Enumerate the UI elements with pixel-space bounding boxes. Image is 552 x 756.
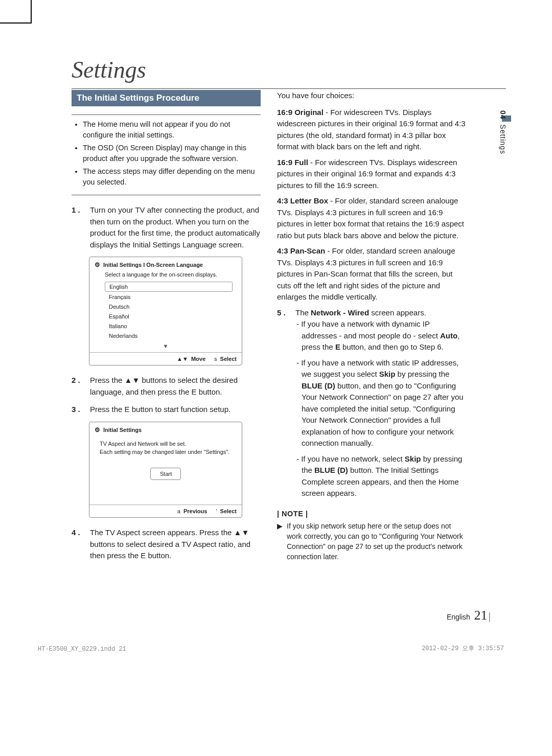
osd-panel-language: ⚙ Initial Settings I On-Screen Language …: [89, 257, 242, 365]
language-option[interactable]: English: [105, 282, 233, 292]
step-number: 1 .: [72, 204, 82, 250]
substep: If you have no network, select Skip by p…: [295, 453, 466, 499]
gear-icon: ⚙: [95, 426, 100, 433]
intro-text: You have four choices:: [277, 90, 466, 102]
scroll-down-icon: ▼: [89, 343, 242, 352]
step-3: 3 . Press the E button to start function…: [72, 404, 261, 416]
bullet-icon: ▶: [277, 521, 283, 562]
page-number: 21: [474, 608, 488, 623]
select-label: Select: [220, 508, 237, 514]
page-number-block: English 21|: [447, 608, 491, 623]
panel-footer: ▲▼ Move s Select: [89, 352, 242, 365]
language-option[interactable]: Español: [105, 312, 233, 321]
step-text: Press the ▲▼ buttons to select the desir…: [90, 375, 261, 398]
aspect-label: 4:3 Letter Box: [277, 196, 328, 205]
panel-footer: a Previous ' Select: [89, 505, 242, 517]
gear-icon: ⚙: [95, 261, 100, 268]
note-item: ▶ If you skip network setup here or the …: [277, 521, 466, 562]
warning-item: The OSD (On Screen Display) may change i…: [83, 143, 259, 164]
language-option[interactable]: Français: [105, 292, 233, 302]
step-number: 4 .: [72, 527, 82, 562]
aspect-option: 16:9 Original - For widescreen TVs. Disp…: [277, 107, 466, 153]
step-text: Turn on your TV after connecting the pro…: [90, 204, 261, 250]
aspect-label: 16:9 Full: [277, 158, 308, 167]
step-number: 5 .: [277, 307, 287, 503]
step-text: The Network - Wired screen appears. If y…: [295, 307, 466, 503]
crop-mark: [0, 22, 31, 24]
warning-box: The Home menu will not appear if you do …: [72, 114, 261, 195]
aspect-label: 16:9 Original: [277, 108, 324, 117]
prev-label: Previous: [183, 508, 207, 514]
step-2: 2 . Press the ▲▼ buttons to select the d…: [72, 375, 261, 398]
warning-item: The Home menu will not appear if you do …: [83, 119, 259, 141]
language-label: English: [447, 613, 470, 621]
note-text: If you skip network setup here or the se…: [287, 521, 466, 562]
substep: If you have a network with static IP add…: [295, 357, 466, 449]
move-label: Move: [191, 356, 205, 362]
warning-item: The access steps may differ depending on…: [83, 166, 259, 188]
step-number: 3 .: [72, 404, 82, 416]
section-tab: 04 Settings: [499, 110, 507, 154]
select-label: Select: [220, 356, 237, 362]
footer-left: HT-E3500_XY_0229.indd 21: [38, 646, 126, 653]
manual-page: Settings The Initial Settings Procedure …: [0, 0, 552, 756]
step-5: 5 . The Network - Wired screen appears. …: [277, 307, 466, 503]
panel-subtitle: Select a language for the on-screen disp…: [89, 270, 242, 282]
panel-title: Initial Settings I On-Screen Language: [103, 262, 203, 268]
substep: If you have a network with dynamic IP ad…: [295, 318, 466, 353]
section-label: Settings: [499, 124, 507, 154]
divider: [72, 88, 506, 89]
move-symbol: ▲▼: [177, 356, 188, 362]
panel-title: Initial Settings: [103, 427, 142, 433]
panel-text: TV Aspect and Network will be set.: [100, 440, 232, 448]
aspect-label: 4:3 Pan-Scan: [277, 246, 325, 255]
language-option[interactable]: Nederlands: [105, 331, 233, 340]
language-option[interactable]: Deutsch: [105, 302, 233, 311]
step-1: 1 . Turn on your TV after connecting the…: [72, 204, 261, 250]
right-column: You have four choices: 16:9 Original - F…: [277, 90, 466, 568]
language-option[interactable]: Italiano: [105, 322, 233, 331]
left-column: The Initial Settings Procedure The Home …: [72, 90, 261, 568]
note-header: | NOTE |: [277, 510, 466, 518]
select-symbol: ': [216, 508, 217, 514]
aspect-option: 4:3 Letter Box - For older, standard scr…: [277, 195, 466, 241]
prev-symbol: a: [177, 508, 180, 514]
aspect-option: 16:9 Full - For widescreen TVs. Displays…: [277, 157, 466, 192]
page-title: Settings: [72, 56, 506, 83]
osd-panel-initial-settings: ⚙ Initial Settings TV Aspect and Network…: [89, 422, 242, 518]
section-band: The Initial Settings Procedure: [72, 90, 261, 106]
select-symbol: s: [214, 356, 217, 362]
step-4: 4 . The TV Aspect screen appears. Press …: [72, 527, 261, 562]
step-number: 2 .: [72, 375, 82, 398]
step-text: Press the E button to start function set…: [90, 404, 261, 416]
footer-right: 2012-02-29 오후 3:35:57: [422, 644, 504, 653]
panel-text: Each setting may be changed later under …: [100, 448, 232, 456]
crop-mark: [31, 0, 32, 24]
start-button[interactable]: Start: [150, 468, 181, 480]
aspect-option: 4:3 Pan-Scan - For older, standard scree…: [277, 245, 466, 303]
step-text: The TV Aspect screen appears. Press the …: [90, 527, 261, 562]
section-number: 04: [499, 110, 507, 120]
language-list: English Français Deutsch Español Italian…: [89, 282, 242, 343]
